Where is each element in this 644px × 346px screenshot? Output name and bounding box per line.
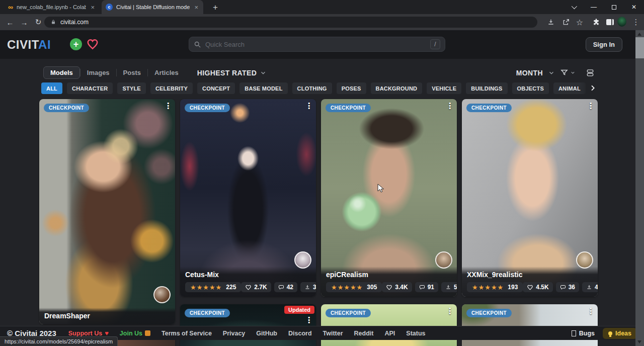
download-icon [586,284,592,290]
chevron-down-icon [260,69,267,76]
period-dropdown[interactable]: MONTH [516,69,543,77]
heart-icon: ♥ [105,329,109,337]
footer-link-reddit[interactable]: Reddit [354,330,374,337]
chip-base-model[interactable]: BASE MODEL [239,82,287,94]
footer-link-github[interactable]: GitHub [256,330,277,337]
chips-scroll-right-icon[interactable] [580,81,597,95]
share-icon[interactable] [561,18,571,27]
browser-toolbar: ← → ↻ civitai.com ☆ ⋮ [0,14,644,30]
footer-link-support-us[interactable]: Support Us♥ [68,329,109,337]
card-menu-icon[interactable]: ⋮ [446,102,454,110]
forward-button[interactable]: → [19,17,29,27]
new-tab-button[interactable]: + [209,2,221,14]
chip-all[interactable]: ALL [41,82,62,94]
chip-style[interactable]: STYLE [117,82,145,94]
favorites-heart-icon[interactable] [86,38,99,51]
tab-models[interactable]: Models [43,66,80,79]
minimize-button[interactable]: — [584,0,604,14]
browser-tab-strip: ∞ new_colab_file.ipynb - Colaborat × c C… [0,0,644,14]
civitai-favicon: c [106,4,113,11]
profile-avatar[interactable] [617,17,626,26]
tab-close-icon[interactable]: × [90,4,96,11]
browser-tab-civitai[interactable]: c Civitai | Stable Diffusion models, × [102,0,203,14]
tab-images[interactable]: Images [80,67,116,78]
sign-in-button[interactable]: Sign In [586,37,622,52]
ideas-button[interactable]: Ideas [603,328,637,339]
chip-celebrity[interactable]: CELEBRITY [150,82,193,94]
star-icons: ★★★★★ [190,284,222,291]
creator-avatar[interactable] [435,251,452,269]
checkpoint-badge: CHECKPOINT [44,104,89,112]
model-card-dreamshaper[interactable]: CHECKPOINT ⋮ DreamShaper [39,99,175,324]
card-menu-icon[interactable]: ⋮ [446,307,454,315]
model-title: XXMix_9realistic [467,271,593,279]
creator-avatar[interactable] [294,251,311,269]
tab-articles[interactable]: Articles [148,67,185,78]
quick-search-box[interactable]: / [189,37,445,52]
browser-tab-colab[interactable]: ∞ new_colab_file.ipynb - Colaborat × [4,0,100,14]
tab-posts[interactable]: Posts [117,67,147,78]
creator-avatar[interactable] [153,286,171,303]
create-plus-button[interactable]: + [70,38,82,50]
checkpoint-badge: CHECKPOINT [466,104,512,112]
checkpoint-badge: CHECKPOINT [326,309,371,317]
civitai-logo[interactable]: CIVITAI [7,38,51,52]
chip-poses[interactable]: POSES [337,82,366,94]
model-title: epiCRealism [326,271,452,279]
card-menu-icon[interactable]: ⋮ [164,102,172,110]
model-card-xxmix9realistic[interactable]: CHECKPOINT ⋮ XXMix_9realistic ★★★★★ 193 … [462,99,598,297]
close-button[interactable]: ✕ [624,0,644,14]
comment-icon [419,284,425,290]
download-icon [445,284,451,290]
model-card-cetus-mix[interactable]: CHECKPOINT ⋮ Cetus-Mix ★★★★★ 225 2.7K 42 [180,99,316,297]
chip-concept[interactable]: CONCEPT [197,82,235,94]
card-size-toggle-icon[interactable] [586,68,595,77]
chip-clothing[interactable]: CLOTHING [292,82,332,94]
chip-objects[interactable]: OBJECTS [512,82,549,94]
footer-link-twitter[interactable]: Twitter [323,330,343,337]
search-input[interactable] [205,41,426,48]
footer-link-join-us[interactable]: Join Us [120,330,150,337]
tab-search-chevron-icon[interactable] [564,0,584,14]
back-button[interactable]: ← [5,17,15,27]
scroll-down-icon[interactable] [637,340,641,343]
civitai-page: CIVITAI + / Sign In Models Images Posts … [0,30,644,346]
side-panel-icon[interactable] [605,18,614,27]
footer-link-status[interactable]: Status [406,330,425,337]
address-bar[interactable]: civitai.com [44,17,537,28]
scrollbar-thumb[interactable] [635,37,644,58]
tab-close-icon[interactable]: × [193,4,199,11]
card-menu-icon[interactable]: ⋮ [305,316,313,324]
star-icons: ★★★★★ [331,284,363,291]
extensions-puzzle-icon[interactable] [592,18,601,27]
sort-dropdown[interactable]: HIGHEST RATED [197,69,257,77]
chip-character[interactable]: CHARACTER [67,82,113,94]
tab-title: new_colab_file.ipynb - Colaborat [17,4,86,10]
filter-funnel-icon[interactable] [560,68,576,77]
maximize-button[interactable] [604,0,624,14]
reload-button[interactable]: ↻ [33,17,43,27]
footer-link-api[interactable]: API [384,330,395,337]
scroll-up-icon[interactable] [637,33,641,36]
card-menu-icon[interactable]: ⋮ [587,102,595,110]
card-menu-icon[interactable]: ⋮ [305,102,313,110]
chip-vehicle[interactable]: VEHICLE [427,82,461,94]
model-card-epicrealism[interactable]: CHECKPOINT ⋮ epiCRealism ★★★★★ 305 3.4K … [321,99,457,297]
chip-buildings[interactable]: BUILDINGS [466,82,507,94]
chip-background[interactable]: BACKGROUND [371,82,423,94]
page-scrollbar[interactable] [635,30,644,346]
category-filter-row: ALL CHARACTER STYLE CELEBRITY CONCEPT BA… [41,82,595,94]
downloads-chip: 38K [300,282,316,292]
creator-avatar[interactable] [576,251,593,269]
footer-link-discord[interactable]: Discord [288,330,312,337]
footer-link-terms[interactable]: Terms of Service [162,330,212,337]
download-icon[interactable] [546,18,555,27]
browser-menu-icon[interactable]: ⋮ [631,18,640,27]
footer-link-privacy[interactable]: Privacy [223,330,245,337]
lightbulb-icon [608,331,612,335]
bookmark-star-icon[interactable]: ☆ [575,18,584,27]
handshake-icon [145,330,150,336]
card-menu-icon[interactable]: ⋮ [587,307,595,315]
bugs-button[interactable]: Bugs [572,330,595,337]
rating-chip: ★★★★★ 193 [467,282,523,292]
